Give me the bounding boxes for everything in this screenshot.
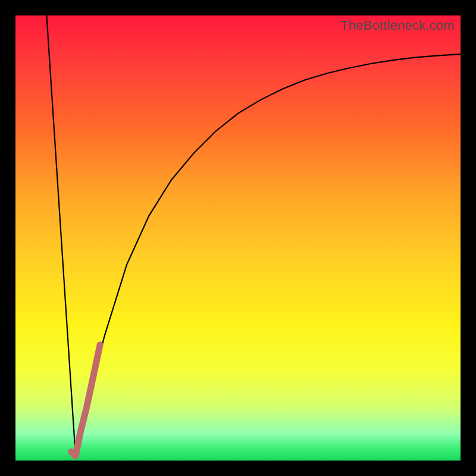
rising-curve [76, 54, 461, 456]
falling-line [46, 15, 76, 456]
chart-frame: TheBottleneck.com [0, 0, 476, 476]
accent-segment [71, 345, 101, 456]
chart-svg [15, 15, 461, 461]
plot-area: TheBottleneck.com [15, 15, 461, 461]
